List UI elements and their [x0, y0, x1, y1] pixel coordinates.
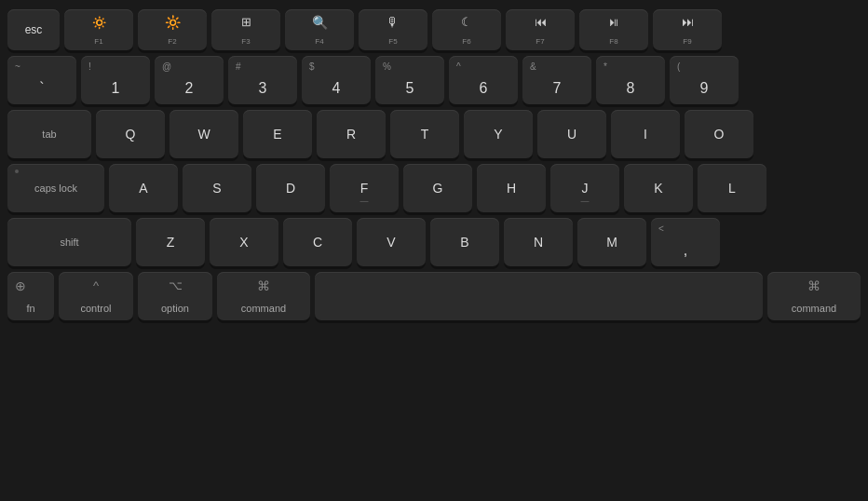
key-i[interactable]: I [611, 110, 680, 158]
key-y[interactable]: Y [464, 110, 533, 158]
brightness-up-icon: 🔆 [165, 15, 181, 30]
f7-label: F7 [536, 37, 544, 46]
5-label: 5 [406, 80, 414, 97]
key-7[interactable]: & 7 [522, 56, 591, 104]
key-m[interactable]: M [577, 218, 646, 266]
f1-label: F1 [94, 37, 102, 46]
f5-label: F5 [388, 37, 397, 46]
command-left-label: command [241, 303, 286, 314]
dollar-symbol: $ [309, 61, 315, 72]
8-label: 8 [627, 80, 635, 97]
key-f5[interactable]: 🎙 F5 [359, 9, 427, 50]
key-u[interactable]: U [537, 110, 606, 158]
play-pause-icon: ⏯ [608, 15, 620, 29]
key-r[interactable]: R [317, 110, 386, 158]
key-5[interactable]: % 5 [375, 56, 444, 104]
key-comma[interactable]: < , [651, 218, 720, 266]
f4-label: F4 [315, 37, 323, 46]
key-f3[interactable]: ⊞ F3 [211, 9, 280, 50]
key-j[interactable]: J — [550, 164, 619, 212]
key-c[interactable]: C [283, 218, 352, 266]
key-2[interactable]: @ 2 [155, 56, 224, 104]
key-tab[interactable]: tab [7, 110, 91, 158]
key-f6[interactable]: ☾ F6 [432, 9, 501, 50]
fn-label: fn [26, 303, 34, 314]
key-f8[interactable]: ⏯ F8 [579, 9, 648, 50]
key-x[interactable]: X [210, 218, 278, 266]
key-v[interactable]: V [357, 218, 426, 266]
key-e[interactable]: E [243, 110, 312, 158]
key-w[interactable]: W [170, 110, 238, 158]
key-f4[interactable]: 🔍 F4 [285, 9, 354, 50]
hash-symbol: # [236, 61, 241, 72]
qwerty-row: tab Q W E R T Y U I O [7, 110, 861, 158]
key-k[interactable]: K [624, 164, 693, 212]
key-4[interactable]: $ 4 [302, 56, 371, 104]
key-option[interactable]: ⌥ option [138, 272, 212, 320]
number-row: ~ ` ! 1 @ 2 # 3 $ 4 % 5 ^ 6 & 7 [7, 56, 861, 104]
2-label: 2 [185, 80, 194, 97]
esc-label: esc [25, 23, 43, 36]
key-command-left[interactable]: ⌘ command [217, 272, 310, 320]
key-space[interactable] [315, 272, 763, 320]
rewind-icon: ⏮ [535, 15, 547, 29]
bottom-row: ⊕ fn ^ control ⌥ option ⌘ command ⌘ comm… [7, 272, 861, 320]
shift-left-label: shift [60, 237, 78, 248]
key-command-right[interactable]: ⌘ command [767, 272, 861, 320]
key-n[interactable]: N [504, 218, 573, 266]
key-q[interactable]: Q [96, 110, 165, 158]
zxcv-row: shift Z X C V B N M < , [7, 218, 861, 266]
key-g[interactable]: G [403, 164, 472, 212]
7-label: 7 [553, 80, 562, 97]
function-row: esc 🔅 F1 🔆 F2 ⊞ F3 🔍 F4 🎙 F5 ☾ F6 ⏮ F7 [7, 9, 861, 50]
key-h[interactable]: H [477, 164, 546, 212]
percent-symbol: % [383, 61, 391, 72]
9-label: 9 [700, 80, 709, 97]
brightness-down-icon: 🔅 [91, 15, 107, 30]
key-capslock[interactable]: caps lock [7, 164, 104, 212]
key-o[interactable]: O [685, 110, 753, 158]
search-icon: 🔍 [312, 15, 328, 30]
key-fn[interactable]: ⊕ fn [7, 272, 54, 320]
4-label: 4 [332, 80, 341, 97]
key-1[interactable]: ! 1 [81, 56, 150, 104]
key-6[interactable]: ^ 6 [449, 56, 518, 104]
key-z[interactable]: Z [136, 218, 205, 266]
key-8[interactable]: * 8 [596, 56, 665, 104]
key-esc[interactable]: esc [7, 9, 60, 50]
key-d[interactable]: D [256, 164, 325, 212]
key-f9[interactable]: ⏭ F9 [653, 9, 722, 50]
lparen-symbol: ( [677, 61, 680, 72]
key-t[interactable]: T [390, 110, 459, 158]
command-right-label: command [792, 303, 836, 314]
key-l[interactable]: L [698, 164, 766, 212]
1-label: 1 [112, 80, 120, 97]
key-shift-left[interactable]: shift [7, 218, 131, 266]
asterisk-symbol: * [604, 61, 607, 72]
key-3[interactable]: # 3 [228, 56, 297, 104]
f6-label: F6 [462, 37, 470, 46]
microphone-icon: 🎙 [387, 15, 400, 30]
asdf-row: caps lock A S D F — G H J — K L [7, 164, 861, 212]
key-b[interactable]: B [430, 218, 499, 266]
fast-forward-icon: ⏭ [682, 15, 694, 29]
control-label: control [80, 303, 111, 314]
option-label: option [161, 303, 189, 314]
backtick-label: ` [39, 80, 44, 97]
key-tilde[interactable]: ~ ` [7, 56, 76, 104]
keyboard: esc 🔅 F1 🔆 F2 ⊞ F3 🔍 F4 🎙 F5 ☾ F6 ⏮ F7 [7, 9, 861, 320]
key-9[interactable]: ( 9 [670, 56, 739, 104]
caps-indicator [15, 169, 19, 173]
exclaim-symbol: ! [88, 61, 91, 72]
f2-label: F2 [168, 37, 176, 46]
key-f1[interactable]: 🔅 F1 [64, 9, 133, 50]
key-s[interactable]: S [183, 164, 251, 212]
caret-symbol: ^ [456, 61, 461, 72]
tab-label: tab [42, 129, 56, 140]
key-control[interactable]: ^ control [59, 272, 133, 320]
key-a[interactable]: A [109, 164, 178, 212]
key-f[interactable]: F — [330, 164, 399, 212]
6-label: 6 [480, 80, 488, 97]
key-f7[interactable]: ⏮ F7 [506, 9, 575, 50]
key-f2[interactable]: 🔆 F2 [138, 9, 207, 50]
